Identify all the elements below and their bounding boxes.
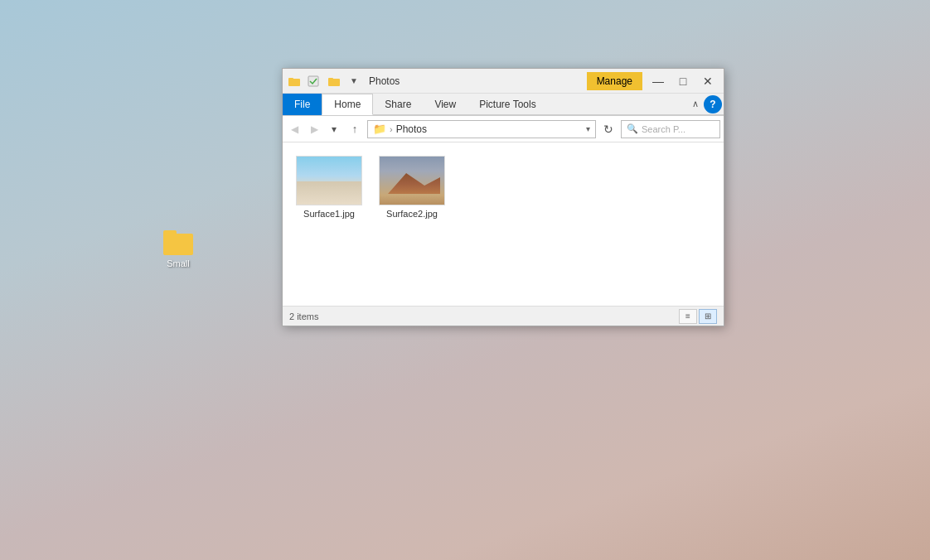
manage-button[interactable]: Manage <box>587 72 642 90</box>
file-item-surface2[interactable]: Surface2.jpg <box>379 156 445 219</box>
folder-icon <box>163 230 193 255</box>
view-icons-button[interactable]: ⊞ <box>699 309 717 324</box>
close-button[interactable]: ✕ <box>695 69 720 94</box>
titlebar-check-icon[interactable] <box>306 74 322 89</box>
forward-button[interactable]: ▶ <box>306 120 322 138</box>
help-button[interactable]: ? <box>704 95 722 113</box>
path-separator: › <box>390 124 393 134</box>
thumb-surface2-img <box>380 157 444 205</box>
file-area: Surface1.jpg Surface2.jpg <box>283 142 724 306</box>
address-bar: ◀ ▶ ▾ ↑ 📁 › Photos ▾ ↻ 🔍 Search P... <box>283 116 724 142</box>
path-folder-icon: 📁 <box>373 123 386 135</box>
back-button[interactable]: ◀ <box>286 120 303 138</box>
tab-view[interactable]: View <box>423 94 467 115</box>
file-item-surface1[interactable]: Surface1.jpg <box>296 156 362 219</box>
recent-button[interactable]: ▾ <box>326 120 342 138</box>
titlebar-dropdown-icon[interactable]: ▼ <box>346 74 362 89</box>
svg-rect-2 <box>308 76 318 86</box>
window-controls: — □ ✕ <box>646 69 720 94</box>
status-count: 2 items <box>289 311 679 321</box>
titlebar-folder-icon[interactable] <box>286 74 303 89</box>
titlebar-icons: ▼ <box>286 74 362 89</box>
title-bar: ▼ Photos Manage — □ ✕ <box>283 69 724 94</box>
window-title: Photos <box>366 75 584 87</box>
tab-picture-tools[interactable]: Picture Tools <box>467 94 547 115</box>
file-name-surface1: Surface1.jpg <box>303 209 355 219</box>
explorer-window: ▼ Photos Manage — □ ✕ File Home Share Vi… <box>282 68 724 326</box>
ribbon: File Home Share View Picture Tools ∧ ? <box>283 94 724 116</box>
desktop-icon-label: Small <box>167 258 190 268</box>
view-toggle: ≡ ⊞ <box>679 309 717 324</box>
tab-file[interactable]: File <box>283 94 322 115</box>
ribbon-chevron-icon[interactable]: ∧ <box>687 99 704 109</box>
up-button[interactable]: ↑ <box>346 120 364 138</box>
search-box[interactable]: 🔍 Search P... <box>621 120 720 138</box>
svg-rect-1 <box>288 78 293 80</box>
tab-share[interactable]: Share <box>373 94 423 115</box>
desktop: Small <box>0 0 930 560</box>
minimize-button[interactable]: — <box>646 69 671 94</box>
titlebar-folder2-icon[interactable] <box>326 74 342 89</box>
search-icon: 🔍 <box>627 123 638 134</box>
ribbon-tabs: File Home Share View Picture Tools ∧ ? <box>283 94 724 115</box>
search-placeholder: Search P... <box>642 124 685 134</box>
tab-home[interactable]: Home <box>322 94 373 115</box>
path-chevron-icon: ▾ <box>586 124 590 133</box>
status-bar: 2 items ≡ ⊞ <box>283 306 724 326</box>
file-name-surface2: Surface2.jpg <box>386 209 438 219</box>
maximize-button[interactable]: □ <box>671 69 695 94</box>
desktop-folder-icon[interactable]: Small <box>153 230 203 268</box>
thumb-surface1-img <box>297 157 361 205</box>
address-path[interactable]: 📁 › Photos ▾ <box>367 120 596 138</box>
thumbnail-surface2 <box>379 156 445 205</box>
svg-rect-4 <box>328 78 333 80</box>
thumbnail-surface1 <box>296 156 362 205</box>
view-details-button[interactable]: ≡ <box>679 309 697 324</box>
refresh-button[interactable]: ↻ <box>599 120 618 138</box>
path-text: Photos <box>396 123 427 135</box>
